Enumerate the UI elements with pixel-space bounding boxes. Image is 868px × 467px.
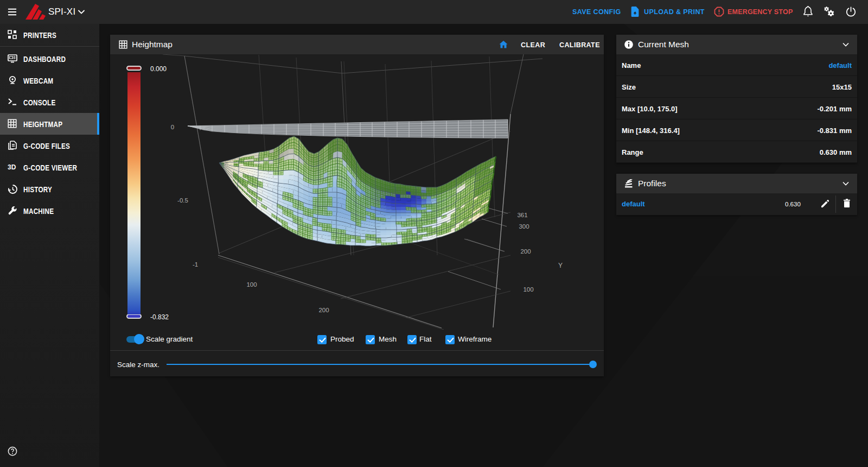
- svg-text:361: 361: [517, 212, 527, 218]
- svg-text:100: 100: [523, 286, 533, 293]
- svg-text:-1: -1: [193, 261, 198, 268]
- svg-text:0: 0: [171, 124, 174, 130]
- svg-text:200: 200: [318, 307, 329, 313]
- svg-text:300: 300: [519, 223, 529, 230]
- svg-text:100: 100: [246, 281, 257, 288]
- svg-text:200: 200: [520, 248, 531, 255]
- svg-text:-0.5: -0.5: [177, 197, 188, 204]
- svg-text:3D: 3D: [8, 163, 16, 171]
- svg-text:Y: Y: [558, 262, 563, 269]
